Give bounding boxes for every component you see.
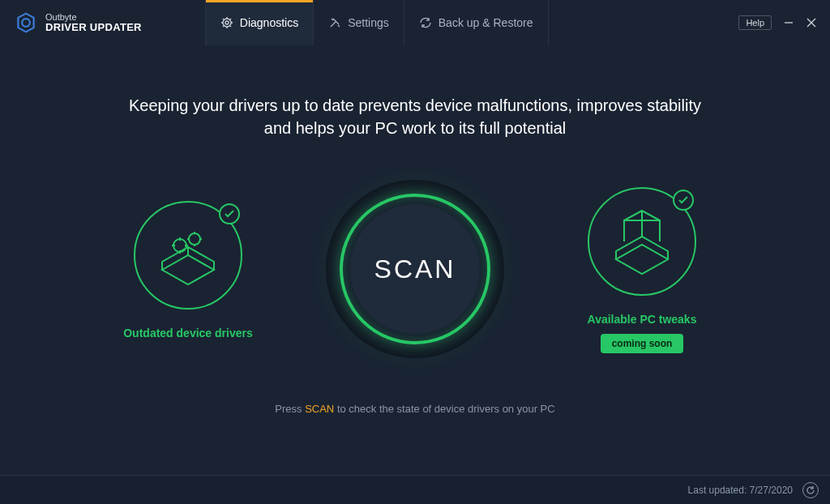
outdated-drivers-card: Outdated device drivers [107, 199, 269, 340]
pc-tweaks-label: Available PC tweaks [588, 313, 697, 326]
last-updated-value: 7/27/2020 [750, 485, 793, 496]
status-bar: Last updated: 7/27/2020 [0, 475, 830, 504]
product-name: DRIVER UPDATER [45, 22, 142, 33]
main-tabs: Diagnostics Settings Back up & Restore [205, 0, 549, 45]
pc-tweaks-card: Available PC tweaks coming soon [561, 185, 723, 353]
refresh-icon [806, 485, 815, 495]
tab-diagnostics[interactable]: Diagnostics [205, 0, 313, 45]
tab-label: Back up & Restore [439, 16, 533, 29]
sync-icon [419, 16, 432, 29]
svg-point-2 [225, 21, 229, 24]
tab-label: Settings [348, 16, 389, 29]
gear-icon [220, 16, 233, 29]
svg-point-0 [22, 19, 30, 27]
svg-point-7 [173, 239, 186, 252]
svg-point-1 [223, 19, 231, 27]
tab-backup-restore[interactable]: Back up & Restore [404, 0, 549, 45]
tools-icon [328, 16, 341, 29]
close-button[interactable] [806, 17, 817, 28]
outbyte-logo-icon [15, 11, 37, 34]
title-bar: Outbyte DRIVER UPDATER Diagnostics Setti… [0, 0, 830, 45]
minimize-button[interactable] [783, 17, 794, 28]
tab-settings[interactable]: Settings [313, 0, 404, 45]
tab-label: Diagnostics [240, 16, 298, 29]
app-logo: Outbyte DRIVER UPDATER [0, 11, 156, 34]
main-content: Keeping your drivers up to date prevents… [0, 45, 830, 415]
help-button[interactable]: Help [738, 15, 772, 30]
last-updated: Last updated: 7/27/2020 [688, 485, 793, 496]
minimize-icon [784, 18, 794, 28]
close-icon [806, 18, 816, 28]
headline: Keeping your drivers up to date prevents… [123, 94, 707, 139]
headline-line2: and helps your PC work to its full poten… [264, 119, 566, 137]
scan-label: SCAN [374, 254, 456, 284]
outdated-drivers-label: Outdated device drivers [123, 327, 253, 340]
hint-text: Press SCAN to check the state of device … [0, 403, 830, 415]
refresh-button[interactable] [802, 482, 819, 498]
window-controls: Help [738, 15, 830, 30]
check-badge-icon [673, 190, 694, 211]
headline-line1: Keeping your drivers up to date prevents… [129, 96, 701, 114]
scan-button[interactable]: SCAN [326, 180, 504, 358]
coming-soon-badge: coming soon [601, 334, 684, 353]
status-row: Outdated device drivers SCAN [0, 180, 830, 358]
svg-point-8 [189, 233, 200, 245]
hint-accent: SCAN [305, 403, 334, 415]
hint-prefix: Press [275, 403, 305, 415]
hint-suffix: to check the state of device drivers on … [334, 403, 554, 415]
last-updated-label: Last updated: [688, 485, 750, 496]
check-badge-icon [219, 203, 240, 224]
